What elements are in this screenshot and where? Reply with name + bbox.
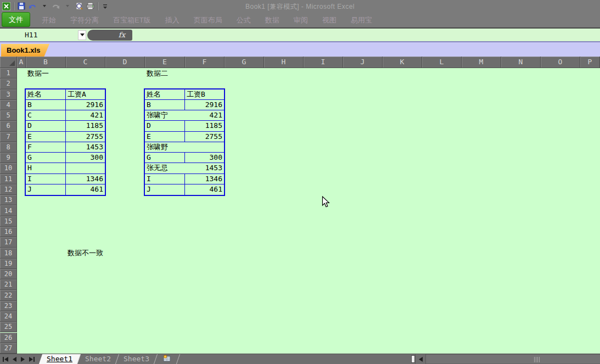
- table-cell-value[interactable]: 421: [66, 110, 105, 120]
- table-cell-value[interactable]: 1453: [66, 142, 105, 152]
- column-header-B[interactable]: B: [26, 57, 66, 68]
- row-header-2[interactable]: 2: [0, 79, 17, 89]
- table-header-value[interactable]: 工资A: [66, 89, 105, 99]
- row-header-26[interactable]: 26: [0, 333, 17, 343]
- row-header-22[interactable]: 22: [0, 290, 17, 300]
- column-header-K[interactable]: K: [383, 57, 422, 68]
- select-all-button[interactable]: [0, 57, 17, 68]
- table-cell-value[interactable]: 2916: [185, 100, 224, 110]
- ribbon-tab-baibaoxiang-et[interactable]: 百宝箱ET版: [106, 13, 158, 27]
- table-cell-name[interactable]: J: [145, 184, 185, 195]
- column-header-H[interactable]: H: [264, 57, 304, 68]
- ribbon-tab-formulas[interactable]: 公式: [229, 13, 258, 27]
- column-header-E[interactable]: E: [145, 57, 185, 68]
- name-box[interactable]: H11: [0, 29, 78, 41]
- ribbon-tab-char-separate[interactable]: 字符分离: [63, 13, 106, 27]
- row-header-13[interactable]: 13: [0, 195, 17, 205]
- table-cell-value[interactable]: 300: [185, 153, 224, 163]
- row-header-9[interactable]: 9: [0, 153, 17, 163]
- row-header-23[interactable]: 23: [0, 301, 17, 311]
- column-header-D[interactable]: D: [105, 57, 145, 68]
- ribbon-tab-file[interactable]: 文件: [2, 12, 30, 27]
- last-sheet-icon[interactable]: [28, 355, 36, 363]
- row-header-14[interactable]: 14: [0, 205, 17, 216]
- ribbon-tab-yiyongbao[interactable]: 易用宝: [344, 13, 379, 27]
- table-cell-value[interactable]: 461: [185, 184, 224, 195]
- first-sheet-icon[interactable]: [2, 355, 9, 363]
- ribbon-tab-view[interactable]: 视图: [315, 13, 344, 27]
- table-header-name[interactable]: 姓名: [145, 89, 185, 99]
- table-cell-name[interactable]: H: [26, 163, 66, 173]
- row-header-10[interactable]: 10: [0, 163, 17, 173]
- row-header-20[interactable]: 20: [0, 269, 17, 279]
- table-cell-name[interactable]: I: [145, 174, 185, 184]
- tab-split-handle[interactable]: [411, 355, 415, 363]
- table-cell-value[interactable]: 2755: [185, 132, 224, 142]
- horizontal-scrollbar-thumb[interactable]: [426, 355, 600, 363]
- insert-function-button[interactable]: fx: [87, 30, 132, 41]
- table-cell-name[interactable]: J: [26, 184, 66, 195]
- table-cell-value[interactable]: 2916: [66, 100, 105, 110]
- column-header-F[interactable]: F: [185, 57, 225, 68]
- cell-C18[interactable]: 数据不一致: [68, 248, 103, 258]
- table-cell-value[interactable]: 1185: [185, 121, 224, 131]
- table-cell-name[interactable]: G: [145, 153, 185, 163]
- cell-B1[interactable]: 数据一: [27, 68, 49, 79]
- row-header-5[interactable]: 5: [0, 110, 17, 121]
- cell-E1[interactable]: 数据二: [147, 68, 168, 79]
- previous-sheet-icon[interactable]: [10, 355, 18, 363]
- row-header-17[interactable]: 17: [0, 237, 17, 248]
- ribbon-tab-page-layout[interactable]: 页面布局: [187, 13, 229, 27]
- table-cell-name[interactable]: E: [145, 132, 185, 142]
- horizontal-scrollbar[interactable]: [425, 354, 600, 364]
- table-cell-value[interactable]: 2755: [66, 132, 105, 142]
- table-cell-value[interactable]: 300: [66, 153, 105, 163]
- table-cell-value[interactable]: 1346: [66, 174, 105, 184]
- ribbon-tab-review[interactable]: 审阅: [287, 13, 315, 27]
- ribbon-tab-data[interactable]: 数据: [258, 13, 287, 27]
- row-header-24[interactable]: 24: [0, 311, 17, 322]
- table-cell-value[interactable]: 461: [66, 184, 105, 195]
- row-header-21[interactable]: 21: [0, 279, 17, 290]
- row-header-16[interactable]: 16: [0, 227, 17, 237]
- row-header-27[interactable]: 27: [0, 343, 17, 354]
- column-header-I[interactable]: I: [304, 57, 343, 68]
- document-tab-book1[interactable]: Book1.xls: [1, 44, 49, 57]
- table-cell-name[interactable]: D: [145, 121, 185, 131]
- table-cell-value[interactable]: 421: [185, 110, 224, 120]
- table-cell-name[interactable]: I: [26, 174, 66, 184]
- table-cell-name[interactable]: D: [26, 121, 66, 131]
- table-cell-name[interactable]: B: [145, 100, 185, 110]
- column-header-M[interactable]: M: [462, 57, 501, 68]
- column-header-L[interactable]: L: [422, 57, 462, 68]
- row-header-4[interactable]: 4: [0, 100, 17, 110]
- table-header-value[interactable]: 工资B: [185, 89, 224, 99]
- column-header-P[interactable]: P: [580, 57, 600, 68]
- table-cell-name[interactable]: B: [26, 100, 66, 110]
- row-header-15[interactable]: 15: [0, 216, 17, 227]
- sheet-tab-sheet2[interactable]: Sheet2: [77, 354, 119, 364]
- table-cell-name[interactable]: 张无忌: [145, 163, 185, 173]
- row-header-11[interactable]: 11: [0, 174, 17, 184]
- table-cell-value[interactable]: 1453: [185, 163, 224, 173]
- ribbon-tab-home[interactable]: 开始: [35, 13, 63, 27]
- column-header-C[interactable]: C: [66, 57, 105, 68]
- row-header-3[interactable]: 3: [0, 89, 17, 100]
- row-header-12[interactable]: 12: [0, 184, 17, 195]
- table-cell-value[interactable]: 1185: [66, 121, 105, 131]
- table-cell-name[interactable]: C: [26, 110, 66, 120]
- sheet-tab-sheet1[interactable]: Sheet1: [39, 354, 81, 364]
- table-cell-value[interactable]: [185, 142, 224, 152]
- formula-input[interactable]: [132, 29, 600, 41]
- row-header-25[interactable]: 25: [0, 322, 17, 332]
- column-header-O[interactable]: O: [541, 57, 580, 68]
- table-cell-name[interactable]: 张啸宁: [145, 110, 185, 120]
- name-box-dropdown-icon[interactable]: [78, 30, 86, 40]
- table-cell-name[interactable]: G: [26, 153, 66, 163]
- table-cell-name[interactable]: E: [26, 132, 66, 142]
- ribbon-tab-insert[interactable]: 插入: [158, 13, 187, 27]
- table-header-name[interactable]: 姓名: [26, 89, 66, 99]
- table-cell-value[interactable]: 1346: [185, 174, 224, 184]
- insert-worksheet-tab[interactable]: [154, 354, 180, 364]
- row-header-8[interactable]: 8: [0, 142, 17, 153]
